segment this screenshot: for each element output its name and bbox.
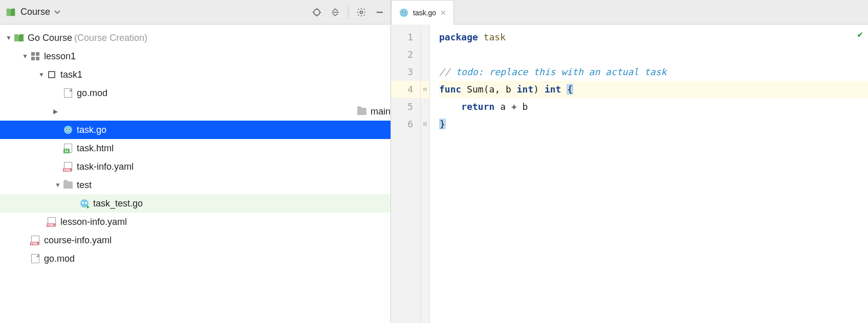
tree-lesson1[interactable]: lesson1	[0, 47, 390, 65]
line-gutter: 1 2 3 4 5 6	[391, 25, 421, 323]
svg-point-8	[64, 126, 72, 134]
svg-point-12	[69, 129, 70, 130]
editor-panel: task.go ✕ 1 2 3 4 5 6 ⊟ ⊟ package task /…	[391, 0, 868, 323]
go-file-icon	[63, 125, 73, 135]
tree-root-label: Go Course	[28, 33, 72, 43]
folder-icon	[357, 108, 366, 115]
course-icon	[5, 7, 16, 18]
tree-test[interactable]: test	[0, 176, 390, 194]
file-icon	[31, 254, 39, 263]
code-line: package task	[439, 29, 868, 46]
tree-taskinfo[interactable]: task-info.yaml	[0, 157, 390, 176]
chevron-down-icon[interactable]	[54, 10, 60, 14]
tree-taskhtml[interactable]: task.html	[0, 139, 390, 157]
tree-tasktest[interactable]: task_test.go	[0, 194, 390, 213]
yaml-file-icon	[48, 217, 56, 226]
separator	[348, 6, 349, 19]
project-panel: Course Go Course (Course Creation) lesso…	[0, 0, 391, 323]
editor-tabs: task.go ✕	[391, 0, 868, 25]
code-line: // todo: replace this with an actual tas…	[439, 63, 868, 81]
code-line: func Sum(a, b int) int {	[439, 81, 868, 98]
tree-gomod[interactable]: go.mod	[0, 84, 390, 102]
tree-taskgo[interactable]: task.go	[0, 121, 390, 139]
code-line	[439, 46, 868, 63]
folder-icon	[63, 181, 73, 189]
tab-taskgo[interactable]: task.go ✕	[391, 0, 454, 25]
lesson-icon	[31, 52, 39, 60]
tab-label: task.go	[413, 9, 436, 17]
svg-point-15	[85, 202, 87, 204]
go-test-file-icon	[79, 198, 90, 209]
go-file-icon	[399, 8, 409, 18]
gear-icon[interactable]	[356, 7, 367, 18]
close-icon[interactable]: ✕	[440, 9, 446, 17]
collapse-all-icon[interactable]	[330, 7, 341, 18]
html-file-icon	[64, 144, 72, 153]
svg-point-11	[66, 129, 67, 130]
fold-gutter: ⊟ ⊟	[421, 25, 430, 323]
svg-point-14	[82, 202, 84, 204]
project-tree[interactable]: Go Course (Course Creation) lesson1 task…	[0, 25, 390, 323]
tree-courseinfo[interactable]: course-info.yaml	[0, 231, 390, 249]
tree-root[interactable]: Go Course (Course Creation)	[0, 29, 390, 47]
code-area[interactable]: package task // todo: replace this with …	[430, 25, 868, 323]
yaml-file-icon	[31, 236, 39, 245]
course-title: Course	[20, 7, 50, 17]
target-icon[interactable]	[311, 7, 322, 18]
tree-task1[interactable]: task1	[0, 65, 390, 84]
code-line: return a + b	[439, 98, 868, 116]
svg-point-0	[314, 9, 320, 15]
tree-lessoninfo[interactable]: lesson-info.yaml	[0, 213, 390, 231]
minimize-icon[interactable]	[374, 7, 385, 18]
code-line: }	[439, 116, 868, 133]
svg-point-19	[402, 12, 403, 13]
check-icon: ✔	[857, 29, 863, 39]
svg-point-6	[360, 11, 363, 13]
yaml-file-icon	[64, 162, 72, 171]
tree-rootgomod[interactable]: go.mod	[0, 249, 390, 268]
code-editor[interactable]: 1 2 3 4 5 6 ⊟ ⊟ package task // todo: re…	[391, 25, 868, 323]
svg-point-16	[400, 9, 408, 17]
file-icon	[64, 88, 72, 98]
project-toolbar: Course	[0, 0, 390, 25]
tree-main[interactable]: main	[0, 102, 390, 121]
course-book-icon	[13, 32, 25, 43]
tree-root-annotation: (Course Creation)	[74, 33, 147, 43]
toolbar-title-area[interactable]: Course	[5, 7, 60, 18]
task-icon	[48, 71, 55, 78]
svg-point-20	[405, 12, 406, 13]
